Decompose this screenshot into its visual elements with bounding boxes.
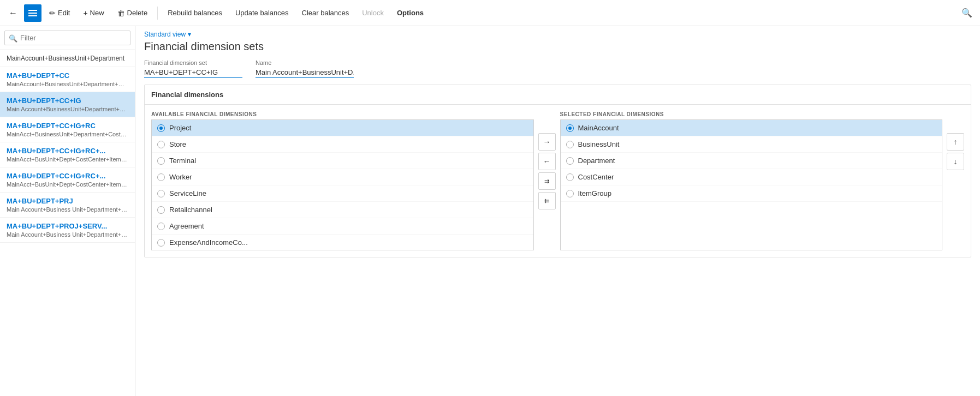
update-button[interactable]: Update balances bbox=[230, 5, 294, 20]
toolbar: ← ✏ Edit + New 🗑 Delete Rebuild balances… bbox=[0, 0, 980, 26]
sidebar-item-title: MA+BU+DEPT+CC+IG+RC bbox=[7, 122, 128, 130]
field-name-label: Name bbox=[256, 59, 354, 66]
sidebar: 🔍 MainAccount+BusinessUnit+Department MA… bbox=[0, 26, 135, 396]
sidebar-item[interactable]: MA+BU+DEPT+CC MainAccount+BusinessUnit+D… bbox=[0, 67, 135, 92]
field-name-input[interactable] bbox=[256, 67, 354, 78]
sidebar-item-subtitle: MainAccount+BusinessUnit+Department+Co..… bbox=[7, 81, 128, 87]
field-set-label: Financial dimension set bbox=[144, 59, 242, 66]
content-area: Standard view ▾ Financial dimension sets… bbox=[135, 26, 980, 396]
field-set: Financial dimension set bbox=[144, 59, 242, 78]
remove-all-button[interactable]: ⇇ bbox=[538, 192, 556, 209]
main-layout: 🔍 MainAccount+BusinessUnit+Department MA… bbox=[0, 26, 980, 396]
available-list: Project Store Terminal Worker ServiceLin… bbox=[151, 119, 534, 250]
selected-dimension-item[interactable]: BusinessUnit bbox=[561, 136, 942, 153]
available-panel: AVAILABLE FINANCIAL DIMENSIONS Project S… bbox=[151, 111, 534, 250]
available-dimension-item[interactable]: Terminal bbox=[152, 153, 533, 169]
options-button[interactable]: Options bbox=[391, 5, 429, 20]
sidebar-item[interactable]: MA+BU+DEPT+CC+IG Main Account+BusinessUn… bbox=[0, 92, 135, 117]
field-set-input[interactable] bbox=[144, 67, 242, 78]
radio-button bbox=[566, 141, 574, 148]
edit-icon: ✏ bbox=[49, 9, 56, 17]
search-icon: 🔍 bbox=[961, 8, 972, 18]
available-dimension-item[interactable]: ServiceLine bbox=[152, 185, 533, 202]
sidebar-item[interactable]: MA+BU+DEPT+CC+IG+RC+... MainAcct+BusUnit… bbox=[0, 142, 135, 167]
radio-button bbox=[157, 157, 165, 165]
selected-panel: SELECTED FINANCIAL DIMENSIONS MainAccoun… bbox=[560, 111, 943, 250]
chevron-down-icon: ▾ bbox=[188, 31, 191, 38]
available-header: AVAILABLE FINANCIAL DIMENSIONS bbox=[151, 111, 534, 117]
sidebar-item-subtitle: Main Account+Business Unit+Department+P.… bbox=[7, 231, 128, 238]
selected-dimension-item[interactable]: CostCenter bbox=[561, 169, 942, 185]
available-dimension-item[interactable]: Store bbox=[152, 136, 533, 153]
radio-button bbox=[566, 124, 574, 132]
new-button[interactable]: + New bbox=[78, 5, 109, 21]
dimension-label: ExpenseAndIncomeCo... bbox=[169, 238, 248, 247]
sidebar-search-icon: 🔍 bbox=[9, 34, 17, 42]
radio-button bbox=[157, 124, 165, 132]
radio-button bbox=[157, 141, 165, 148]
sidebar-header: MainAccount+BusinessUnit+Department bbox=[0, 50, 135, 67]
sidebar-item[interactable]: MA+BU+DEPT+PROJ+SERV... Main Account+Bus… bbox=[0, 218, 135, 243]
search-button[interactable]: 🔍 bbox=[958, 4, 976, 22]
sidebar-item-subtitle: MainAcct+BusUnit+Dept+CostCenter+ItemG..… bbox=[7, 156, 128, 163]
page-title: Financial dimension sets bbox=[135, 38, 980, 59]
sidebar-item-title: MA+BU+DEPT+CC bbox=[7, 71, 128, 80]
selected-dimension-item[interactable]: MainAccount bbox=[561, 120, 942, 136]
radio-button bbox=[157, 206, 165, 214]
sidebar-item[interactable]: MA+BU+DEPT+CC+IG+RC MainAcct+BusinessUni… bbox=[0, 117, 135, 142]
field-name: Name bbox=[256, 59, 354, 78]
sidebar-item[interactable]: MA+BU+DEPT+CC+IG+RC+... MainAcct+BusUnit… bbox=[0, 167, 135, 193]
sidebar-item[interactable]: MA+BU+DEPT+PRJ Main Account+Business Uni… bbox=[0, 193, 135, 218]
sidebar-item-subtitle: MainAcct+BusUnit+Dept+CostCenter+ItemG..… bbox=[7, 181, 128, 188]
available-dimension-item[interactable]: Agreement bbox=[152, 218, 533, 235]
selected-dimension-item[interactable]: Department bbox=[561, 153, 942, 169]
sidebar-search-area: 🔍 bbox=[0, 26, 135, 50]
dimension-label: Store bbox=[169, 140, 186, 148]
move-down-button[interactable]: ↓ bbox=[947, 153, 964, 170]
dimension-label: ItemGroup bbox=[578, 189, 611, 197]
radio-button bbox=[566, 173, 574, 181]
financial-dimensions-section: Financial dimensions AVAILABLE FINANCIAL… bbox=[144, 85, 971, 257]
sidebar-list: MainAccount+BusinessUnit+Department MA+B… bbox=[0, 50, 135, 396]
delete-button[interactable]: 🗑 Delete bbox=[112, 5, 153, 21]
dimension-label: Retailchannel bbox=[169, 206, 212, 214]
view-selector[interactable]: Standard view ▾ bbox=[135, 26, 980, 38]
radio-button bbox=[157, 223, 165, 230]
dimension-label: BusinessUnit bbox=[578, 140, 620, 148]
add-button[interactable]: → bbox=[538, 133, 556, 151]
selected-header: SELECTED FINANCIAL DIMENSIONS bbox=[560, 111, 943, 117]
radio-button bbox=[157, 239, 165, 247]
selected-dimension-item[interactable]: ItemGroup bbox=[561, 185, 942, 202]
sidebar-item-subtitle: MainAcct+BusinessUnit+Department+CostC..… bbox=[7, 131, 128, 137]
rebuild-button[interactable]: Rebuild balances bbox=[162, 5, 228, 20]
sidebar-filter-input[interactable] bbox=[4, 31, 130, 45]
section-title: Financial dimensions bbox=[145, 85, 971, 105]
unlock-button[interactable]: Unlock bbox=[357, 5, 389, 20]
radio-button bbox=[157, 173, 165, 181]
edit-button[interactable]: ✏ Edit bbox=[44, 5, 75, 21]
form-fields: Financial dimension set Name bbox=[135, 59, 980, 85]
radio-button bbox=[566, 190, 574, 197]
sidebar-item-subtitle: Main Account+BusinessUnit+Department+C..… bbox=[7, 106, 128, 112]
remove-button[interactable]: ← bbox=[538, 153, 556, 170]
new-icon: + bbox=[83, 9, 87, 17]
available-dimension-item[interactable]: ExpenseAndIncomeCo... bbox=[152, 235, 533, 250]
delete-icon: 🗑 bbox=[117, 9, 125, 17]
dimension-label: Worker bbox=[169, 173, 192, 181]
add-all-button[interactable]: ⇉ bbox=[538, 172, 556, 190]
dimension-label: MainAccount bbox=[578, 124, 619, 132]
menu-button[interactable] bbox=[24, 4, 41, 22]
back-button[interactable]: ← bbox=[4, 4, 22, 22]
sidebar-item-subtitle: Main Account+Business Unit+Department+P.… bbox=[7, 206, 128, 213]
move-up-button[interactable]: ↑ bbox=[947, 133, 964, 151]
radio-button bbox=[157, 190, 165, 197]
available-dimension-item[interactable]: Project bbox=[152, 120, 533, 136]
clear-button[interactable]: Clear balances bbox=[296, 5, 355, 20]
dimension-label: Project bbox=[169, 124, 191, 132]
dimension-label: ServiceLine bbox=[169, 189, 206, 197]
selected-list: MainAccount BusinessUnit Department Cost… bbox=[560, 119, 943, 250]
sidebar-item-title: MA+BU+DEPT+PRJ bbox=[7, 197, 128, 205]
available-dimension-item[interactable]: Retailchannel bbox=[152, 202, 533, 218]
available-dimension-item[interactable]: Worker bbox=[152, 169, 533, 185]
sidebar-item-title: MA+BU+DEPT+PROJ+SERV... bbox=[7, 222, 128, 230]
